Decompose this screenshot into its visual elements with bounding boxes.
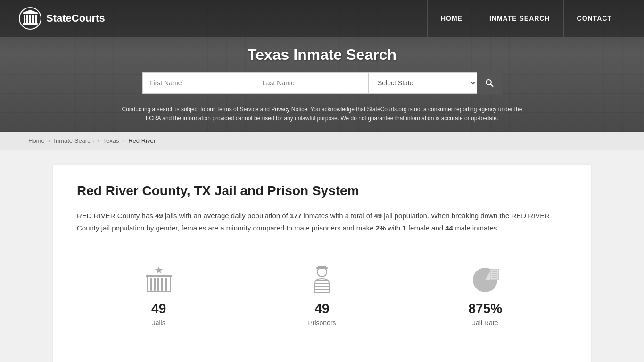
rate-icon [471,265,500,295]
svg-rect-3 [29,15,31,23]
nav-home[interactable]: HOME [427,0,476,37]
desc-male-count: 44 [445,224,453,232]
prisoner-icon [308,265,336,295]
privacy-link[interactable]: Privacy Notice [271,106,307,113]
desc-part3: inmates with a total of [302,212,374,220]
stats-row: 49 Jails [77,251,567,340]
svg-rect-5 [35,15,37,23]
svg-marker-18 [155,266,163,274]
svg-rect-4 [32,15,34,23]
desc-part1: RED RIVER County has [77,212,155,220]
breadcrumb-sep-2: › [98,138,99,144]
svg-rect-15 [161,278,163,291]
svg-rect-2 [26,15,28,23]
site-name: StateCourts [46,12,105,25]
first-name-input[interactable] [142,72,256,94]
svg-rect-14 [157,278,159,291]
stat-jails: 49 Jails [77,251,240,340]
county-description: RED RIVER County has 49 jails with an av… [77,210,567,234]
last-name-input[interactable] [256,72,369,94]
stat-prisoners: 49 Prisoners [240,251,404,340]
svg-rect-12 [150,278,152,291]
svg-marker-8 [23,10,38,13]
county-title: Red River County, TX Jail and Prison Sys… [77,183,567,198]
jail-icon [145,265,173,295]
svg-rect-1 [24,15,25,23]
disclaimer-text: Conducting a search is subject to our Te… [110,101,534,127]
stat-jails-value: 49 [151,301,166,316]
search-form: Select State Texas California Florida Ne… [9,72,635,94]
stat-rate-label: Jail Rate [472,319,498,327]
desc-female-pct: 2% [376,224,386,232]
desc-jails: 49 [155,212,163,220]
desc-part6: female and [406,224,446,232]
desc-female-count: 1 [402,224,406,232]
breadcrumb-state[interactable]: Texas [103,137,119,144]
desc-part5: with [386,224,402,232]
terms-link[interactable]: Terms of Service [216,106,258,113]
search-icon [485,78,494,88]
breadcrumb: Home › Inmate Search › Texas › Red River [0,132,644,150]
nav-contact[interactable]: CONTACT [563,0,625,37]
desc-avg-pop: 177 [290,212,302,220]
desc-part2: jails with an average daily population o… [163,212,290,220]
state-select[interactable]: Select State Texas California Florida Ne… [369,72,477,94]
svg-rect-13 [154,278,156,291]
breadcrumb-current: Red River [128,137,156,144]
stat-prisoners-value: 49 [314,301,329,316]
desc-part7: male inmates. [453,224,499,232]
search-button[interactable] [477,72,502,94]
stat-rate: 875% Jail Rate [404,251,567,340]
breadcrumb-sep-1: › [49,138,50,144]
breadcrumb-sep-3: › [123,138,125,144]
nav-inmate-search[interactable]: INMATE SEARCH [476,0,563,37]
site-logo[interactable]: StateCourts [19,7,105,30]
page-title: Texas Inmate Search [9,46,635,64]
breadcrumb-home[interactable]: Home [28,137,45,144]
stat-prisoners-label: Prisoners [308,319,336,327]
stat-jails-label: Jails [152,319,165,327]
svg-rect-6 [23,23,38,25]
svg-rect-7 [23,13,38,14]
svg-line-10 [491,84,494,87]
svg-rect-17 [146,275,172,277]
svg-rect-16 [165,278,167,291]
stat-rate-value: 875% [469,301,503,316]
content-card: Red River County, TX Jail and Prison Sys… [53,165,591,362]
svg-rect-25 [318,266,326,268]
breadcrumb-inmate-search[interactable]: Inmate Search [54,137,94,144]
svg-point-9 [486,80,491,85]
desc-total: 49 [374,212,382,220]
